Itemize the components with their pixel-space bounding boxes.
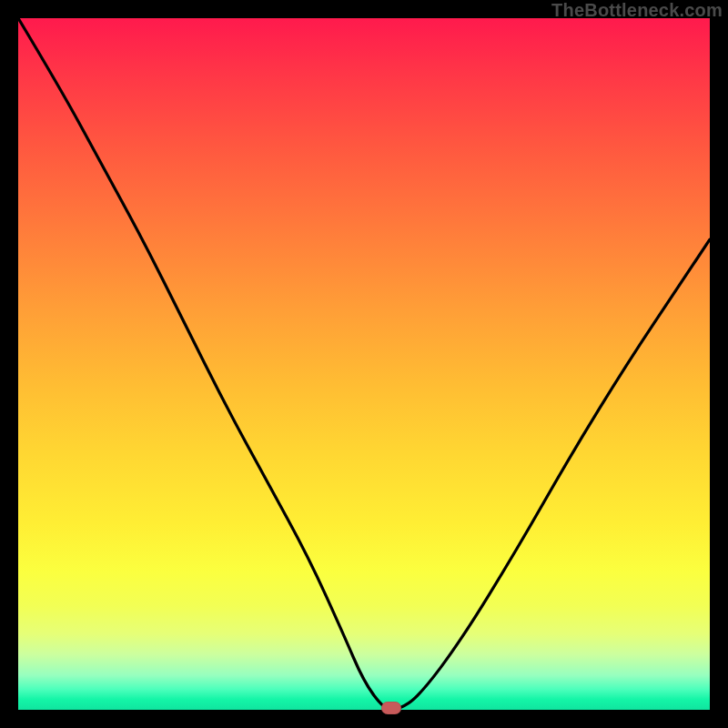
chart-frame: TheBottleneck.com — [0, 0, 728, 728]
plot-area — [18, 18, 710, 710]
bottleneck-curve — [18, 18, 710, 710]
optimal-marker — [381, 702, 401, 714]
curve-path — [18, 18, 710, 710]
